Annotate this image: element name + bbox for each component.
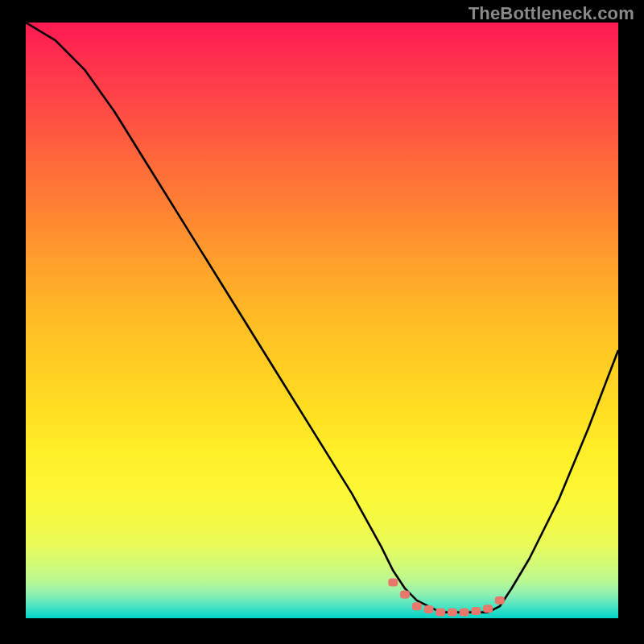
valley-marker — [448, 609, 457, 617]
valley-marker — [495, 597, 505, 605]
valley-marker — [471, 607, 481, 615]
valley-marker — [412, 602, 422, 610]
bottleneck-curve-path — [26, 23, 618, 613]
valley-marker — [424, 605, 434, 613]
valley-marker — [460, 609, 469, 617]
plot-area — [26, 23, 618, 618]
watermark-text: TheBottleneck.com — [469, 3, 634, 24]
valley-marker — [436, 609, 445, 617]
valley-marker — [400, 590, 410, 598]
valley-marker — [388, 579, 398, 587]
chart-frame: TheBottleneck.com — [0, 0, 644, 644]
curve-layer — [26, 23, 618, 618]
valley-marker — [483, 605, 493, 613]
valley-markers — [388, 579, 505, 617]
